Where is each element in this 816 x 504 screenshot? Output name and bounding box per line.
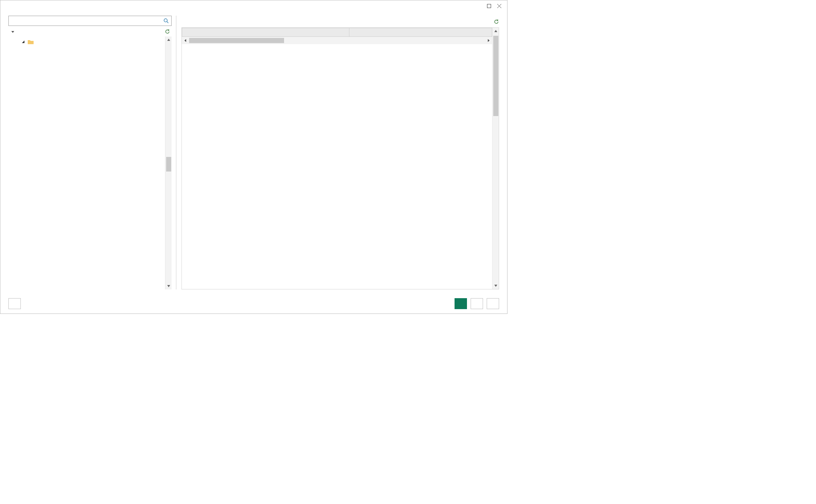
tree-folder-samples[interactable] xyxy=(8,36,165,47)
svg-marker-8 xyxy=(167,39,170,41)
refresh-icon[interactable] xyxy=(165,29,170,34)
column-header-actor-attributes[interactable] xyxy=(349,28,492,37)
scrollbar-thumb[interactable] xyxy=(189,38,284,43)
load-button[interactable] xyxy=(455,298,467,309)
tree-view[interactable] xyxy=(8,36,165,289)
chevron-down-icon xyxy=(11,30,14,33)
svg-rect-0 xyxy=(487,4,491,8)
scroll-down-icon[interactable] xyxy=(165,283,172,289)
svg-marker-5 xyxy=(11,31,14,33)
scroll-up-icon[interactable] xyxy=(165,36,172,43)
transform-data-button[interactable] xyxy=(471,298,483,309)
search-input[interactable] xyxy=(10,16,162,25)
svg-marker-9 xyxy=(167,285,170,287)
select-related-tables-button[interactable] xyxy=(8,298,21,309)
scroll-left-icon[interactable] xyxy=(182,37,189,44)
scroll-right-icon[interactable] xyxy=(485,37,492,44)
svg-marker-13 xyxy=(494,30,497,32)
svg-marker-11 xyxy=(184,39,186,42)
tree-scrollbar[interactable] xyxy=(165,36,172,289)
window-titlebar xyxy=(0,0,507,12)
search-icon[interactable] xyxy=(162,17,170,24)
svg-marker-7 xyxy=(22,41,24,43)
scrollbar-thumb[interactable] xyxy=(493,36,498,116)
search-box[interactable] xyxy=(8,16,172,26)
scrollbar-thumb[interactable] xyxy=(166,157,171,172)
scroll-up-icon[interactable] xyxy=(493,28,499,34)
scroll-down-icon[interactable] xyxy=(493,282,499,289)
preview-pane xyxy=(176,16,499,289)
preview-refresh-icon[interactable] xyxy=(494,19,499,24)
grid-h-scrollbar[interactable] xyxy=(182,37,492,44)
preview-table xyxy=(182,28,492,37)
svg-marker-14 xyxy=(494,285,497,287)
svg-point-3 xyxy=(164,19,167,22)
column-header-repository[interactable] xyxy=(182,28,349,37)
folder-icon xyxy=(27,39,34,45)
dialog-title xyxy=(0,12,507,16)
dialog-footer xyxy=(0,293,507,313)
navigator-dialog xyxy=(0,0,507,314)
cancel-button[interactable] xyxy=(487,298,499,309)
svg-line-4 xyxy=(167,22,168,23)
maximize-icon[interactable] xyxy=(484,2,494,10)
navigator-left-pane xyxy=(8,16,176,289)
close-icon[interactable] xyxy=(494,2,504,10)
svg-marker-12 xyxy=(488,39,490,42)
grid-v-scrollbar[interactable] xyxy=(492,28,499,289)
collapse-icon[interactable] xyxy=(22,40,26,43)
display-options-dropdown[interactable] xyxy=(9,30,14,33)
